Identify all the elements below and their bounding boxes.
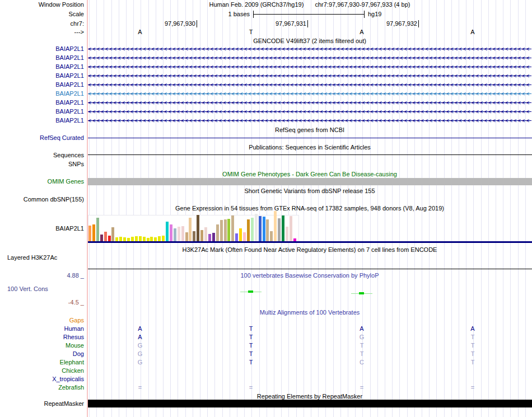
gene-exon-arrows[interactable]: <<<<<<<<<<<<<<<<<<<<<<<<<<<<<<<<<<<<<<<<… — [88, 108, 531, 115]
species-label[interactable]: Elephant — [0, 359, 84, 366]
gencode-gene-row[interactable]: BAIAP2L1<<<<<<<<<<<<<<<<<<<<<<<<<<<<<<<<… — [0, 54, 532, 62]
species-label[interactable]: Human — [0, 325, 84, 332]
species-label[interactable]: Rhesus — [0, 334, 84, 341]
gtex-tissue-bar — [96, 218, 99, 241]
omim-genes-label[interactable]: OMIM Genes — [0, 178, 84, 185]
gene-label[interactable]: BAIAP2L1 — [0, 108, 84, 115]
alignment-base: A — [133, 325, 147, 332]
ruler-base: A — [134, 29, 146, 36]
gene-label[interactable]: BAIAP2L1 — [0, 117, 84, 124]
alignment-base: T — [355, 350, 368, 358]
alignment-base: = — [133, 384, 147, 391]
gene-exon-arrows[interactable]: <<<<<<<<<<<<<<<<<<<<<<<<<<<<<<<<<<<<<<<<… — [88, 72, 531, 79]
omim-track-title[interactable]: OMIM Gene Phenotypes - Dark Green Can Be… — [88, 171, 531, 178]
gtex-gene-label[interactable]: BAIAP2L1 — [0, 225, 84, 232]
window-position-value: Human Feb. 2009 (GRCh37/hg19) chr7:97,96… — [88, 1, 531, 8]
gtex-tissue-bar — [181, 226, 184, 241]
gencode-gene-row[interactable]: BAIAP2L1<<<<<<<<<<<<<<<<<<<<<<<<<<<<<<<<… — [0, 72, 532, 79]
gene-label[interactable]: BAIAP2L1 — [0, 81, 84, 88]
gencode-gene-row[interactable]: BAIAP2L1<<<<<<<<<<<<<<<<<<<<<<<<<<<<<<<<… — [0, 81, 532, 88]
h3k27ac-label[interactable]: Layered H3K27Ac — [7, 254, 57, 261]
gtex-tissue-bar — [92, 224, 95, 241]
gencode-gene-row[interactable]: BAIAP2L1<<<<<<<<<<<<<<<<<<<<<<<<<<<<<<<<… — [0, 117, 532, 124]
phylop-track-title[interactable]: 100 vertebrates Basewise Conservation by… — [88, 272, 531, 279]
gene-exon-arrows[interactable]: <<<<<<<<<<<<<<<<<<<<<<<<<<<<<<<<<<<<<<<<… — [88, 81, 531, 88]
gtex-tissue-bar — [143, 237, 146, 241]
gtex-tissue-bar — [270, 231, 273, 241]
gtex-baseline — [88, 241, 532, 243]
gene-label[interactable]: BAIAP2L1 — [0, 54, 84, 62]
common-dbsnp-label[interactable]: Common dbSNP(155) — [0, 196, 84, 203]
gencode-gene-row[interactable]: BAIAP2L1<<<<<<<<<<<<<<<<<<<<<<<<<<<<<<<<… — [0, 45, 532, 53]
alignment-base: G — [133, 342, 147, 349]
species-label[interactable]: X_tropicalis — [0, 376, 84, 383]
gene-exon-arrows[interactable]: <<<<<<<<<<<<<<<<<<<<<<<<<<<<<<<<<<<<<<<<… — [88, 54, 531, 62]
species-label[interactable]: Dog — [0, 350, 84, 358]
dbsnp-track-title[interactable]: Short Genetic Variants from dbSNP releas… — [88, 188, 531, 195]
gene-label[interactable]: BAIAP2L1 — [0, 45, 84, 53]
publications-track-title[interactable]: Publications: Sequences in Scientific Ar… — [88, 144, 531, 151]
gene-label[interactable]: BAIAP2L1 — [0, 72, 84, 79]
gtex-tissue-bar — [174, 228, 176, 241]
multiz-track-title[interactable]: Multiz Alignments of 100 Vertebrates — [88, 309, 531, 316]
gencode-gene-row[interactable]: BAIAP2L1<<<<<<<<<<<<<<<<<<<<<<<<<<<<<<<<… — [0, 90, 532, 97]
gtex-tissue-bar — [231, 215, 234, 241]
gtex-tissue-bar — [104, 232, 107, 241]
gtex-track-title[interactable]: Gene Expression in 54 tissues from GTEx … — [88, 205, 531, 212]
gtex-tissue-bar — [274, 211, 277, 241]
alignment-base: T — [244, 342, 258, 349]
alignment-base: A — [133, 334, 147, 341]
refseq-gene-item[interactable] — [88, 138, 532, 138]
gtex-tissue-bar — [139, 236, 142, 241]
gencode-gene-row[interactable]: BAIAP2L1<<<<<<<<<<<<<<<<<<<<<<<<<<<<<<<<… — [0, 99, 532, 106]
refseq-curated-label[interactable]: RefSeq Curated — [0, 134, 84, 142]
gtex-tissue-bar — [123, 237, 126, 241]
gtex-tissue-bar — [286, 227, 288, 241]
gencode-track-title[interactable]: GENCODE V49lift37 (2 items filtered out) — [88, 38, 531, 45]
gtex-tissue-bar — [278, 218, 281, 241]
gene-exon-arrows[interactable]: <<<<<<<<<<<<<<<<<<<<<<<<<<<<<<<<<<<<<<<<… — [88, 45, 531, 53]
snps-label[interactable]: SNPs — [0, 161, 84, 168]
gene-label[interactable]: BAIAP2L1 — [0, 90, 84, 97]
alignment-base: G — [133, 359, 147, 366]
phylop-label[interactable]: 100 Vert. Cons — [7, 285, 48, 293]
gtex-tissue-bar — [290, 216, 292, 241]
gene-exon-arrows[interactable]: <<<<<<<<<<<<<<<<<<<<<<<<<<<<<<<<<<<<<<<<… — [88, 117, 531, 124]
refseq-track-title[interactable]: RefSeq genes from NCBI — [88, 126, 531, 134]
gtex-tissue-bar — [178, 227, 180, 241]
species-label[interactable]: Mouse — [0, 342, 84, 349]
gencode-gene-row[interactable]: BAIAP2L1<<<<<<<<<<<<<<<<<<<<<<<<<<<<<<<<… — [0, 63, 532, 71]
omim-gene-item[interactable] — [88, 178, 532, 185]
genome-browser-view: Window Position Human Feb. 2009 (GRCh37/… — [0, 0, 532, 417]
species-label[interactable]: Gaps — [0, 317, 84, 324]
range-text: chr7:97,967,930-97,967,933 (4 bp) — [315, 1, 410, 8]
gencode-gene-row[interactable]: BAIAP2L1<<<<<<<<<<<<<<<<<<<<<<<<<<<<<<<<… — [0, 108, 532, 115]
conservation-mark — [359, 292, 364, 294]
gtex-tissue-bar — [227, 219, 230, 241]
alignment-base: A — [355, 325, 368, 332]
repeatmasker-item[interactable] — [88, 400, 532, 407]
position-tick — [418, 20, 419, 27]
scale-bar — [253, 14, 364, 15]
gtex-tissue-bar — [115, 237, 118, 241]
gene-label[interactable]: BAIAP2L1 — [0, 99, 84, 106]
sequences-item[interactable] — [88, 154, 532, 155]
species-label[interactable]: Chicken — [0, 367, 84, 374]
gtex-tissue-bar — [263, 217, 265, 241]
alignment-base: T — [244, 350, 258, 358]
alignment-base: A — [466, 325, 479, 332]
species-label[interactable]: Zebrafish — [0, 384, 84, 391]
alignment-base: T — [466, 350, 479, 358]
h3k27ac-track-title[interactable]: H3K27Ac Mark (Often Found Near Active Re… — [88, 246, 531, 254]
gtex-tissue-bar — [111, 227, 114, 241]
gene-exon-arrows[interactable]: <<<<<<<<<<<<<<<<<<<<<<<<<<<<<<<<<<<<<<<<… — [88, 90, 531, 97]
gene-label[interactable]: BAIAP2L1 — [0, 63, 84, 71]
h3k27ac-baseline — [88, 269, 532, 269]
gene-exon-arrows[interactable]: <<<<<<<<<<<<<<<<<<<<<<<<<<<<<<<<<<<<<<<<… — [88, 99, 531, 106]
gtex-tissue-bar — [212, 233, 215, 241]
alignment-base: T — [244, 325, 258, 332]
gene-exon-arrows[interactable]: <<<<<<<<<<<<<<<<<<<<<<<<<<<<<<<<<<<<<<<<… — [88, 63, 531, 71]
sequences-label[interactable]: Sequences — [0, 152, 84, 159]
gtex-tissue-bar — [220, 220, 223, 241]
repeatmasker-label[interactable]: RepeatMasker — [0, 400, 84, 407]
